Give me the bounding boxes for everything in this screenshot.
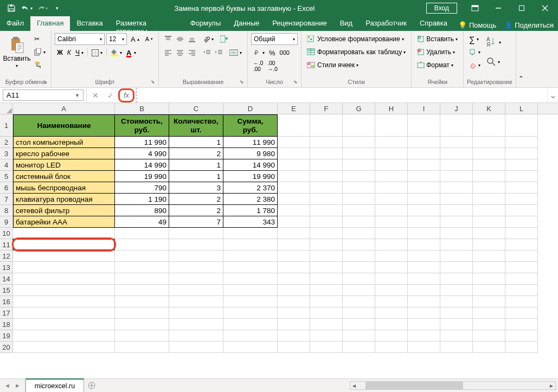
cell[interactable] [375,216,408,228]
cell[interactable] [278,319,310,330]
cell[interactable] [169,285,223,296]
row-header[interactable]: 10 [0,228,12,239]
row-header[interactable]: 3 [0,148,12,159]
cell[interactable] [310,319,343,330]
tab-данные[interactable]: Данные [227,16,266,31]
cell[interactable] [408,216,440,228]
cell[interactable] [13,330,115,342]
worksheet-grid[interactable]: ABCDEFGHIJKL 123456789101112131415161718… [0,103,558,378]
cell[interactable] [115,319,169,330]
row-header[interactable]: 7 [0,194,12,205]
data-cell[interactable]: 7 [169,216,223,228]
cell[interactable] [310,114,343,137]
percent-format-icon[interactable]: % [267,47,278,59]
cell[interactable] [408,182,440,194]
cell[interactable] [115,285,169,296]
cell[interactable] [408,330,440,342]
data-cell[interactable]: Наименование [13,114,115,137]
cell[interactable] [278,228,310,239]
cell[interactable] [343,330,375,342]
font-size-select[interactable]: 12▾ [106,33,127,45]
row-header[interactable]: 12 [0,250,12,262]
tab-вид[interactable]: Вид [333,16,360,31]
cell[interactable] [278,137,310,148]
tab-формулы[interactable]: Формулы [184,16,228,31]
cell[interactable] [278,273,310,285]
data-cell[interactable]: стол компьютерный [13,137,115,148]
cell[interactable] [343,307,375,319]
cell[interactable] [473,216,505,228]
cell[interactable] [13,273,115,285]
close-icon[interactable] [534,0,556,16]
cell[interactable] [310,216,343,228]
cell[interactable] [13,228,115,239]
data-cell[interactable]: монитор LED [13,159,115,171]
orientation-icon[interactable]: ab▾ [201,33,216,45]
cell[interactable] [440,307,473,319]
cell[interactable] [375,194,408,205]
cell[interactable] [310,171,343,182]
data-cell[interactable]: 1 [169,137,223,148]
cell[interactable] [310,250,343,262]
cell[interactable] [223,273,278,285]
cell[interactable] [408,228,440,239]
cell[interactable] [440,319,473,330]
data-cell[interactable]: 2 [169,205,223,216]
align-left-icon[interactable] [162,47,174,59]
tab-разработчик[interactable]: Разработчик [359,16,413,31]
font-color-icon[interactable]: A▾ [124,47,138,59]
cell[interactable] [505,307,538,319]
increase-decimal-icon[interactable]: ←.0.00 [251,60,265,72]
row-header[interactable]: 5 [0,171,12,182]
tab-справка[interactable]: Справка [413,16,454,31]
column-header[interactable]: A [13,103,115,114]
cell[interactable] [278,250,310,262]
cell[interactable] [440,262,473,273]
cell[interactable] [343,148,375,159]
cell[interactable] [440,216,473,228]
cell[interactable] [440,159,473,171]
row-header[interactable]: 9 [0,216,12,228]
cell[interactable] [278,307,310,319]
column-header[interactable]: F [310,103,343,114]
data-cell[interactable]: 3 [169,182,223,194]
tab-разметка страницы[interactable]: Разметка страницы [110,16,184,31]
cell[interactable] [440,342,473,353]
wrap-text-icon[interactable] [218,33,231,45]
cell[interactable] [408,194,440,205]
row-header[interactable]: 6 [0,182,12,194]
merge-cells-icon[interactable]: ▾ [227,47,244,59]
row-header[interactable]: 16 [0,296,12,307]
cell[interactable] [505,205,538,216]
cell[interactable] [310,137,343,148]
cell[interactable] [115,307,169,319]
data-cell[interactable]: Сумма,руб. [223,114,278,137]
cell[interactable] [343,216,375,228]
align-middle-icon[interactable] [174,33,186,45]
number-format-select[interactable]: Общий▾ [251,33,298,45]
data-cell[interactable]: сетевой фильтр [13,205,115,216]
data-cell[interactable]: кресло рабочее [13,148,115,159]
column-header[interactable]: I [408,103,440,114]
cell[interactable] [375,262,408,273]
cell[interactable] [375,307,408,319]
underline-button[interactable]: Ч▾ [73,47,86,59]
cell[interactable] [223,319,278,330]
decrease-font-icon[interactable]: A▾ [143,33,155,45]
cell[interactable] [505,273,538,285]
data-cell[interactable]: 19 990 [115,171,169,182]
row-header[interactable]: 20 [0,342,12,353]
cell[interactable] [473,296,505,307]
cell[interactable] [440,228,473,239]
cell[interactable] [473,159,505,171]
increase-font-icon[interactable]: A▴ [129,33,142,45]
column-header[interactable]: L [505,103,538,114]
cell[interactable] [375,171,408,182]
cell[interactable] [310,148,343,159]
row-header[interactable]: 4 [0,159,12,171]
cell[interactable] [343,205,375,216]
cell[interactable] [505,330,538,342]
data-cell[interactable]: Стоимость,руб. [115,114,169,137]
data-cell[interactable]: 19 990 [223,171,278,182]
row-header[interactable]: 11 [0,239,12,250]
